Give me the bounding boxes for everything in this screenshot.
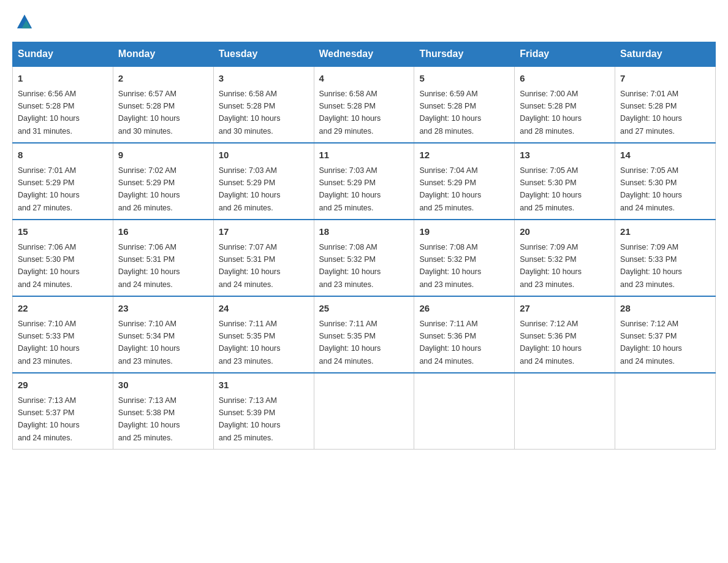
calendar-cell: 6 Sunrise: 7:00 AMSunset: 5:28 PMDayligh…	[515, 66, 615, 143]
day-info: Sunrise: 6:59 AMSunset: 5:28 PMDaylight:…	[419, 90, 481, 136]
calendar-cell: 15 Sunrise: 7:06 AMSunset: 5:30 PMDaylig…	[13, 220, 113, 296]
column-header-monday: Monday	[113, 42, 213, 67]
calendar-cell: 22 Sunrise: 7:10 AMSunset: 5:33 PMDaylig…	[13, 296, 113, 373]
day-number: 24	[219, 302, 309, 316]
day-info: Sunrise: 7:08 AMSunset: 5:32 PMDaylight:…	[419, 243, 481, 289]
calendar-cell: 10 Sunrise: 7:03 AMSunset: 5:29 PMDaylig…	[213, 143, 314, 220]
day-number: 6	[520, 72, 610, 86]
day-info: Sunrise: 7:07 AMSunset: 5:31 PMDaylight:…	[219, 243, 281, 289]
day-info: Sunrise: 7:01 AMSunset: 5:29 PMDaylight:…	[18, 166, 80, 212]
calendar-cell: 5 Sunrise: 6:59 AMSunset: 5:28 PMDayligh…	[414, 66, 515, 143]
calendar-week-row: 22 Sunrise: 7:10 AMSunset: 5:33 PMDaylig…	[13, 296, 716, 373]
day-info: Sunrise: 7:13 AMSunset: 5:38 PMDaylight:…	[118, 396, 180, 442]
calendar-cell: 18 Sunrise: 7:08 AMSunset: 5:32 PMDaylig…	[314, 220, 414, 296]
calendar-cell: 25 Sunrise: 7:11 AMSunset: 5:35 PMDaylig…	[314, 296, 414, 373]
day-info: Sunrise: 7:01 AMSunset: 5:28 PMDaylight:…	[620, 90, 682, 136]
calendar-cell: 7 Sunrise: 7:01 AMSunset: 5:28 PMDayligh…	[615, 66, 716, 143]
day-info: Sunrise: 7:03 AMSunset: 5:29 PMDaylight:…	[319, 166, 381, 212]
day-number: 26	[419, 302, 509, 316]
day-number: 30	[118, 378, 208, 393]
day-info: Sunrise: 6:57 AMSunset: 5:28 PMDaylight:…	[118, 90, 180, 136]
day-number: 16	[118, 225, 208, 239]
day-info: Sunrise: 7:11 AMSunset: 5:35 PMDaylight:…	[219, 320, 281, 366]
calendar-cell: 26 Sunrise: 7:11 AMSunset: 5:36 PMDaylig…	[414, 296, 515, 373]
day-info: Sunrise: 7:09 AMSunset: 5:33 PMDaylight:…	[620, 243, 682, 289]
column-header-saturday: Saturday	[615, 42, 716, 67]
day-info: Sunrise: 7:05 AMSunset: 5:30 PMDaylight:…	[620, 166, 682, 212]
day-info: Sunrise: 7:04 AMSunset: 5:29 PMDaylight:…	[419, 166, 481, 212]
day-number: 22	[18, 302, 108, 316]
day-info: Sunrise: 7:00 AMSunset: 5:28 PMDaylight:…	[520, 90, 582, 136]
logo	[12, 12, 36, 29]
calendar-cell: 16 Sunrise: 7:06 AMSunset: 5:31 PMDaylig…	[113, 220, 213, 296]
calendar-cell: 4 Sunrise: 6:58 AMSunset: 5:28 PMDayligh…	[314, 66, 414, 143]
calendar-cell: 11 Sunrise: 7:03 AMSunset: 5:29 PMDaylig…	[314, 143, 414, 220]
day-number: 19	[419, 225, 509, 239]
calendar-cell	[515, 373, 615, 450]
column-header-tuesday: Tuesday	[213, 42, 314, 67]
calendar-cell: 21 Sunrise: 7:09 AMSunset: 5:33 PMDaylig…	[615, 220, 716, 296]
calendar-header-row: SundayMondayTuesdayWednesdayThursdayFrid…	[13, 42, 716, 67]
calendar-cell: 20 Sunrise: 7:09 AMSunset: 5:32 PMDaylig…	[515, 220, 615, 296]
day-number: 20	[520, 225, 610, 239]
day-number: 29	[18, 378, 108, 393]
calendar-cell: 1 Sunrise: 6:56 AMSunset: 5:28 PMDayligh…	[13, 66, 113, 143]
day-info: Sunrise: 7:02 AMSunset: 5:29 PMDaylight:…	[118, 166, 180, 212]
day-number: 4	[319, 72, 409, 86]
calendar-week-row: 15 Sunrise: 7:06 AMSunset: 5:30 PMDaylig…	[13, 220, 716, 296]
day-info: Sunrise: 6:58 AMSunset: 5:28 PMDaylight:…	[319, 90, 381, 136]
calendar-cell	[414, 373, 515, 450]
calendar-cell: 29 Sunrise: 7:13 AMSunset: 5:37 PMDaylig…	[13, 373, 113, 450]
calendar-week-row: 8 Sunrise: 7:01 AMSunset: 5:29 PMDayligh…	[13, 143, 716, 220]
day-info: Sunrise: 7:08 AMSunset: 5:32 PMDaylight:…	[319, 243, 381, 289]
logo-icon	[16, 12, 33, 29]
day-number: 13	[520, 148, 610, 163]
calendar-cell: 27 Sunrise: 7:12 AMSunset: 5:36 PMDaylig…	[515, 296, 615, 373]
day-info: Sunrise: 7:03 AMSunset: 5:29 PMDaylight:…	[219, 166, 281, 212]
calendar-cell: 17 Sunrise: 7:07 AMSunset: 5:31 PMDaylig…	[213, 220, 314, 296]
day-number: 8	[18, 148, 108, 163]
calendar-cell	[615, 373, 716, 450]
day-number: 17	[219, 225, 309, 239]
calendar-cell: 19 Sunrise: 7:08 AMSunset: 5:32 PMDaylig…	[414, 220, 515, 296]
day-number: 21	[620, 225, 710, 239]
calendar-cell: 30 Sunrise: 7:13 AMSunset: 5:38 PMDaylig…	[113, 373, 213, 450]
day-number: 7	[620, 72, 710, 86]
calendar-week-row: 29 Sunrise: 7:13 AMSunset: 5:37 PMDaylig…	[13, 373, 716, 450]
day-number: 10	[219, 148, 309, 163]
day-number: 14	[620, 148, 710, 163]
day-number: 3	[219, 72, 309, 86]
column-header-friday: Friday	[515, 42, 615, 67]
day-number: 12	[419, 148, 509, 163]
calendar-cell	[314, 373, 414, 450]
calendar-cell: 9 Sunrise: 7:02 AMSunset: 5:29 PMDayligh…	[113, 143, 213, 220]
day-number: 18	[319, 225, 409, 239]
calendar-cell: 24 Sunrise: 7:11 AMSunset: 5:35 PMDaylig…	[213, 296, 314, 373]
day-number: 15	[18, 225, 108, 239]
calendar-cell: 13 Sunrise: 7:05 AMSunset: 5:30 PMDaylig…	[515, 143, 615, 220]
day-info: Sunrise: 7:13 AMSunset: 5:37 PMDaylight:…	[18, 396, 80, 442]
day-number: 1	[18, 72, 108, 86]
day-number: 9	[118, 148, 208, 163]
day-info: Sunrise: 7:12 AMSunset: 5:36 PMDaylight:…	[520, 320, 582, 366]
day-info: Sunrise: 6:58 AMSunset: 5:28 PMDaylight:…	[219, 90, 281, 136]
calendar-cell: 28 Sunrise: 7:12 AMSunset: 5:37 PMDaylig…	[615, 296, 716, 373]
calendar-cell: 14 Sunrise: 7:05 AMSunset: 5:30 PMDaylig…	[615, 143, 716, 220]
day-number: 28	[620, 302, 710, 316]
day-info: Sunrise: 7:09 AMSunset: 5:32 PMDaylight:…	[520, 243, 582, 289]
calendar-week-row: 1 Sunrise: 6:56 AMSunset: 5:28 PMDayligh…	[13, 66, 716, 143]
day-info: Sunrise: 7:13 AMSunset: 5:39 PMDaylight:…	[219, 396, 281, 442]
day-info: Sunrise: 7:10 AMSunset: 5:33 PMDaylight:…	[18, 320, 80, 366]
column-header-wednesday: Wednesday	[314, 42, 414, 67]
column-header-thursday: Thursday	[414, 42, 515, 67]
day-info: Sunrise: 7:06 AMSunset: 5:31 PMDaylight:…	[118, 243, 180, 289]
day-info: Sunrise: 7:11 AMSunset: 5:35 PMDaylight:…	[319, 320, 381, 366]
day-number: 31	[219, 378, 309, 393]
calendar-cell: 23 Sunrise: 7:10 AMSunset: 5:34 PMDaylig…	[113, 296, 213, 373]
calendar-cell: 2 Sunrise: 6:57 AMSunset: 5:28 PMDayligh…	[113, 66, 213, 143]
page-header	[12, 12, 716, 29]
day-number: 27	[520, 302, 610, 316]
calendar-cell: 31 Sunrise: 7:13 AMSunset: 5:39 PMDaylig…	[213, 373, 314, 450]
calendar-table: SundayMondayTuesdayWednesdayThursdayFrid…	[12, 42, 716, 450]
day-info: Sunrise: 7:10 AMSunset: 5:34 PMDaylight:…	[118, 320, 180, 366]
